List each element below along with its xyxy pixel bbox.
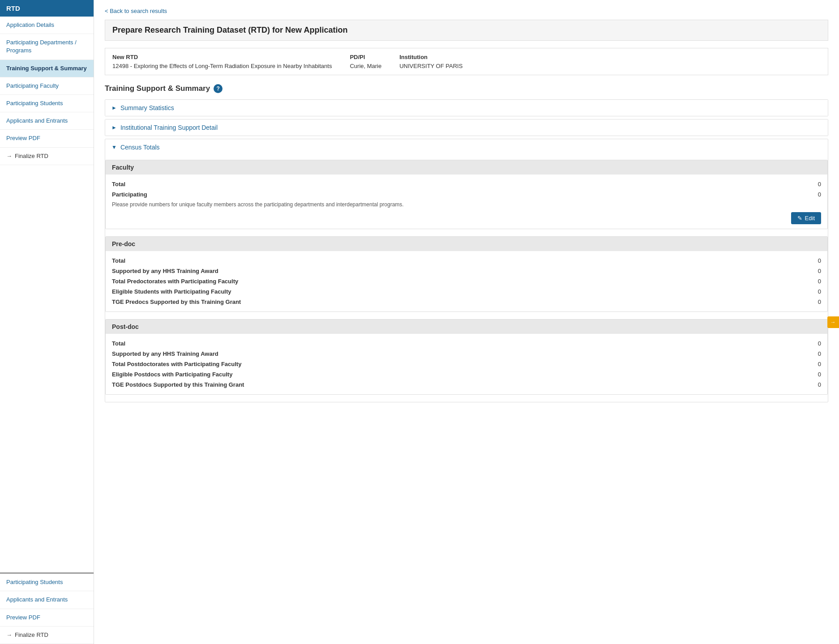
predoc-row-3: Eligible Students with Participating Fac… <box>112 286 821 297</box>
faculty-row-total: Total 0 <box>112 179 821 189</box>
predoc-row-0: Total 0 <box>112 256 821 266</box>
faculty-body: Total 0 Participating 0 Please provide n… <box>106 175 827 229</box>
sidebar-item-participating-departments[interactable]: Participating Departments / Programs <box>0 34 94 60</box>
faculty-row-participating: Participating 0 <box>112 189 821 200</box>
sidebar-item-applicants-entrants-2[interactable]: Applicants and Entrants <box>0 591 94 609</box>
info-new-rtd: New RTD 12498 - Exploring the Effects of… <box>112 54 332 69</box>
info-institution: Institution UNIVERSITY OF PARIS <box>399 54 462 69</box>
section-title: Training Support & Summary ? <box>105 84 828 93</box>
sidebar-bottom: Participating Students Applicants and En… <box>0 572 94 644</box>
faculty-participating-label: Participating <box>112 191 147 198</box>
chevron-right-icon-2: ► <box>111 124 117 131</box>
institution-label: Institution <box>399 54 462 60</box>
sidebar-item-training-support[interactable]: Training Support & Summary <box>0 60 94 77</box>
postdoc-row-2: Total Postdoctorates with Participating … <box>112 359 821 369</box>
page-title: Prepare Research Training Dataset (RTD) … <box>112 26 821 35</box>
predoc-body: Total 0 Supported by any HHS Training Aw… <box>106 251 827 311</box>
sidebar-item-preview-pdf-2[interactable]: Preview PDF <box>0 609 94 627</box>
institution-value: UNIVERSITY OF PARIS <box>399 63 462 69</box>
edit-icon: ✎ <box>797 215 802 222</box>
accordion-header-summary-statistics[interactable]: ► Summary Statistics <box>105 100 828 116</box>
predoc-row-4: TGE Predocs Supported by this Training G… <box>112 297 821 307</box>
back-link[interactable]: < Back to search results <box>105 8 167 14</box>
chevron-down-icon: ▼ <box>111 144 117 150</box>
pd-pi-label: PD/PI <box>350 54 381 60</box>
predoc-row-1: Supported by any HHS Training Award 0 <box>112 266 821 276</box>
faculty-edit-button[interactable]: ✎ Edit <box>791 212 821 224</box>
postdoc-header: Post-doc <box>106 320 827 334</box>
predoc-row-2: Total Predoctorates with Participating F… <box>112 276 821 286</box>
sidebar-item-preview-pdf[interactable]: Preview PDF <box>0 130 94 147</box>
new-rtd-value: 12498 - Exploring the Effects of Long-Te… <box>112 63 332 69</box>
faculty-section: Faculty Total 0 Participating 0 Please p… <box>105 160 828 229</box>
sidebar-item-participating-faculty[interactable]: Participating Faculty <box>0 77 94 95</box>
accordion-header-institutional-training[interactable]: ► Institutional Training Support Detail <box>105 119 828 136</box>
predoc-header: Pre-doc <box>106 237 827 251</box>
arrow-icon: → <box>6 152 12 160</box>
sidebar-item-finalize-rtd-2[interactable]: → Finalize RTD <box>0 627 94 644</box>
postdoc-row-4: TGE Postdocs Supported by this Training … <box>112 380 821 390</box>
accordion-summary-statistics: ► Summary Statistics <box>105 99 828 116</box>
info-bar: New RTD 12498 - Exploring the Effects of… <box>105 48 828 75</box>
accordion-header-census-totals[interactable]: ▼ Census Totals <box>105 139 828 155</box>
page-title-box: Prepare Research Training Dataset (RTD) … <box>105 20 828 41</box>
faculty-total-value: 0 <box>808 181 821 188</box>
postdoc-row-3: Eligible Postdocs with Participating Fac… <box>112 369 821 380</box>
faculty-note: Please provide numbers for unique facult… <box>112 201 821 208</box>
postdoc-row-0: Total 0 <box>112 338 821 349</box>
sidebar-item-finalize-rtd[interactable]: → Finalize RTD <box>0 148 94 165</box>
predoc-section: Pre-doc Total 0 Supported by any HHS Tra… <box>105 236 828 312</box>
sidebar-item-participating-students-2[interactable]: Participating Students <box>0 574 94 591</box>
scroll-tab[interactable]: ↑ <box>827 316 839 328</box>
main-content: < Back to search results Prepare Researc… <box>94 0 839 644</box>
sidebar: RTD Application Details Participating De… <box>0 0 94 644</box>
sidebar-header: RTD <box>0 0 94 17</box>
pd-pi-value: Curie, Marie <box>350 63 381 69</box>
accordion-institutional-training: ► Institutional Training Support Detail <box>105 119 828 136</box>
arrow-icon-2: → <box>6 631 12 639</box>
faculty-total-label: Total <box>112 181 125 188</box>
faculty-header: Faculty <box>106 160 827 175</box>
sidebar-item-applicants-entrants[interactable]: Applicants and Entrants <box>0 112 94 130</box>
postdoc-section: Post-doc Total 0 Supported by any HHS Tr… <box>105 319 828 395</box>
help-icon[interactable]: ? <box>214 84 223 93</box>
postdoc-body: Total 0 Supported by any HHS Training Aw… <box>106 334 827 394</box>
new-rtd-label: New RTD <box>112 54 332 60</box>
accordion-census-totals: ▼ Census Totals Faculty Total 0 Particip… <box>105 139 828 402</box>
faculty-participating-value: 0 <box>808 191 821 198</box>
sidebar-item-participating-students[interactable]: Participating Students <box>0 95 94 112</box>
sidebar-item-application-details[interactable]: Application Details <box>0 17 94 34</box>
info-pd-pi: PD/PI Curie, Marie <box>350 54 381 69</box>
chevron-right-icon: ► <box>111 105 117 111</box>
postdoc-row-1: Supported by any HHS Training Award 0 <box>112 349 821 359</box>
